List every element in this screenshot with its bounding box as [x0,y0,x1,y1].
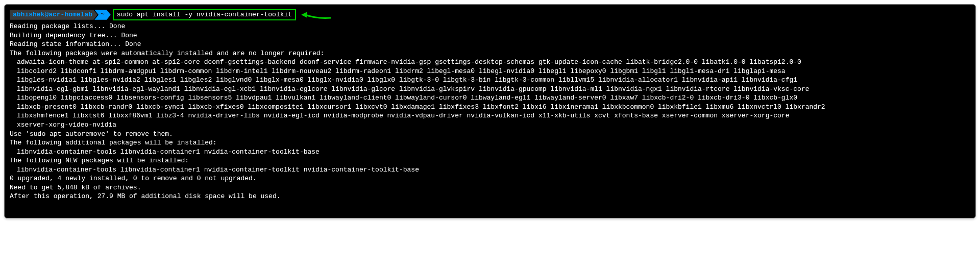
output-line: 0 upgraded, 4 newly installed, 0 to remo… [10,174,970,183]
output-line: libcolord2 libdconf1 libdrm-amdgpu1 libd… [10,67,970,76]
output-line: libgles-nvidia1 libgles-nvidia2 libgles1… [10,76,970,85]
output-line: Use 'sudo apt autoremove' to remove them… [10,130,970,139]
prompt-user-host: abhishek@acr-homelab [10,10,97,20]
svg-marker-0 [301,12,307,18]
output-line: The following additional packages will b… [10,138,970,148]
output-line: adwaita-icon-theme at-spi2-common at-spi… [10,58,970,67]
output-line: Building dependency tree... Done [10,31,970,40]
annotation-arrow [301,9,332,21]
output-line: Reading package lists... Done [10,22,970,31]
command-text: sudo apt install -y nvidia-container-too… [117,11,292,18]
output-line: libxcb-present0 libxcb-randr0 libxcb-syn… [10,103,970,112]
output-line: xserver-xorg-video-nvidia [10,120,970,130]
terminal-window[interactable]: abhishek@acr-homelab ~ sudo apt install … [4,4,976,218]
prompt-line: abhishek@acr-homelab ~ sudo apt install … [10,9,970,21]
output-line: The following NEW packages will be insta… [10,156,970,165]
output-line: The following packages were automaticall… [10,49,970,58]
output-line: After this operation, 27.9 MB of additio… [10,192,970,201]
output-line: libopengl0 libpciaccess0 libsensors-conf… [10,93,970,103]
output-line: Need to get 5,848 kB of archives. [10,183,970,192]
command-highlight-box: sudo apt install -y nvidia-container-too… [113,9,296,20]
output-line: libnvidia-container-tools libnvidia-cont… [10,165,970,175]
output-line: Reading state information... Done [10,40,970,49]
output-line: libnvidia-container-tools libnvidia-cont… [10,148,970,157]
output-line: libxshmfence1 libxtst6 libxxf86vm1 libz3… [10,111,970,120]
arrow-icon [301,9,332,21]
output-line: libnvidia-egl-gbm1 libnvidia-egl-wayland… [10,85,970,94]
